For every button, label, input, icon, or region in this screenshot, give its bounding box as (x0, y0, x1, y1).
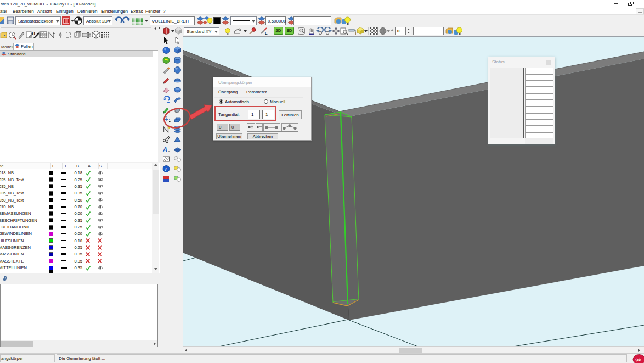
svg-text:H: H (32, 31, 35, 36)
svg-text:A: A (162, 146, 167, 153)
svg-text:E: E (265, 31, 268, 35)
